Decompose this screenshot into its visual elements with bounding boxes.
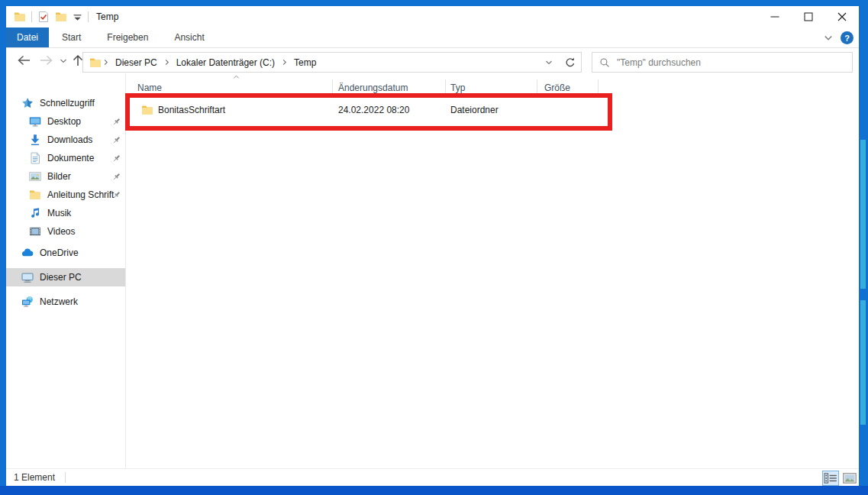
tab-datei[interactable]: Datei — [6, 28, 49, 47]
folder-icon — [89, 57, 102, 69]
file-modified-date: 24.02.2022 08:20 — [338, 105, 409, 115]
close-button[interactable] — [825, 6, 859, 28]
help-button[interactable]: ? — [841, 31, 853, 44]
pin-icon — [111, 117, 121, 127]
column-header-name[interactable]: Name — [137, 79, 162, 96]
window-title: Temp — [96, 11, 118, 22]
title-bar: Temp — [6, 6, 859, 28]
recent-locations-chevron[interactable] — [60, 57, 67, 65]
forward-button[interactable] — [40, 54, 53, 66]
file-list: Name Änderungsdatum Typ Größe BonitasSch… — [127, 73, 859, 468]
file-name: BonitasSchriftart — [158, 105, 225, 115]
column-header-groesse[interactable]: Größe — [544, 79, 570, 96]
tab-ansicht[interactable]: Ansicht — [161, 28, 217, 47]
qat-new-folder-button[interactable] — [55, 11, 67, 23]
separator — [31, 11, 32, 22]
star-icon — [21, 97, 34, 109]
file-row-bonitasschriftart[interactable]: BonitasSchriftart 24.02.2022 08:20 Datei… — [127, 96, 607, 124]
pin-icon — [111, 154, 121, 163]
pin-icon — [111, 190, 121, 200]
sidebar-item-label: Schnellzugriff — [40, 98, 125, 108]
sidebar-item-musik[interactable]: Musik — [6, 204, 125, 222]
file-type: Dateiordner — [450, 105, 499, 115]
back-button[interactable] — [17, 54, 31, 66]
computer-icon — [21, 271, 34, 283]
search-input[interactable] — [617, 57, 845, 68]
column-resize-handle[interactable] — [332, 79, 333, 96]
sidebar-item-label: Videos — [47, 226, 125, 237]
breadcrumb-chevron-icon[interactable] — [102, 59, 109, 66]
download-icon — [29, 134, 41, 146]
expand-ribbon-chevron-icon[interactable] — [824, 34, 833, 43]
separator — [88, 11, 89, 22]
sidebar-item-downloads[interactable]: Downloads — [6, 131, 125, 149]
qat-customize-dropdown[interactable] — [73, 12, 82, 22]
column-header-aenderungsdatum[interactable]: Änderungsdatum — [338, 79, 408, 96]
sidebar-item-label: OneDrive — [40, 247, 125, 258]
background-window-edge-notch — [860, 289, 866, 300]
close-icon — [837, 12, 847, 21]
sidebar-item-dokumente[interactable]: Dokumente — [6, 149, 125, 167]
sidebar-item-dieser-pc[interactable]: Dieser PC — [6, 268, 125, 286]
breadcrumb-dieser-pc[interactable]: Dieser PC — [110, 57, 163, 68]
thumbnail-view-button[interactable] — [841, 471, 858, 486]
pin-icon — [111, 135, 121, 145]
sort-ascending-icon — [232, 73, 240, 80]
music-note-icon — [29, 207, 41, 219]
cloud-icon — [21, 247, 34, 259]
sidebar-item-netzwerk[interactable]: Netzwerk — [6, 293, 125, 311]
column-resize-handle[interactable] — [445, 79, 446, 96]
breadcrumb-temp[interactable]: Temp — [289, 57, 321, 68]
breadcrumb-lokaler-datentraeger[interactable]: Lokaler Datenträger (C:) — [171, 57, 280, 68]
desktop-background-bottom — [0, 486, 868, 495]
details-view-button[interactable] — [822, 471, 839, 486]
explorer-app-icon — [14, 11, 26, 23]
breadcrumb-chevron-icon[interactable] — [281, 59, 288, 66]
pin-icon — [111, 172, 121, 182]
refresh-button[interactable] — [560, 53, 581, 72]
search-box — [592, 52, 853, 73]
explorer-window: Temp Datei Start Freigeben Ansicht ? Die… — [6, 6, 859, 486]
monitor-icon — [29, 115, 41, 128]
address-bar[interactable]: Dieser PC Lokaler Datenträger (C:) Temp — [82, 52, 582, 73]
document-icon — [29, 152, 41, 164]
folder-icon — [141, 104, 153, 116]
navigation-bar: Dieser PC Lokaler Datenträger (C:) Temp — [6, 48, 859, 73]
sidebar-item-label: Netzwerk — [40, 296, 125, 307]
column-resize-handle[interactable] — [537, 79, 537, 96]
network-icon — [21, 296, 34, 308]
breadcrumb-chevron-icon[interactable] — [163, 59, 170, 66]
main-area: Schnellzugriff Desktop Downloads Dokumen… — [6, 73, 859, 468]
column-resize-handle[interactable] — [598, 79, 599, 96]
tab-start[interactable]: Start — [49, 28, 94, 47]
minimize-button[interactable] — [758, 6, 792, 28]
qat-properties-button[interactable] — [37, 11, 50, 23]
sidebar-item-bilder[interactable]: Bilder — [6, 167, 125, 186]
maximize-icon — [804, 12, 813, 21]
desktop-background-left — [0, 0, 6, 495]
column-header-typ[interactable]: Typ — [450, 79, 465, 96]
sidebar-item-anleitung-schrift[interactable]: Anleitung Schrift — [6, 186, 125, 204]
sidebar-item-videos[interactable]: Videos — [6, 222, 125, 241]
tab-freigeben[interactable]: Freigeben — [94, 28, 161, 47]
refresh-icon — [564, 57, 576, 69]
sidebar-item-label: Dieser PC — [40, 272, 125, 283]
search-icon — [599, 57, 610, 68]
picture-icon — [29, 170, 41, 183]
chevron-down-icon — [545, 59, 553, 66]
status-bar: 1 Element — [6, 468, 859, 486]
address-dropdown-button[interactable] — [538, 53, 560, 72]
ribbon-tab-bar: Datei Start Freigeben Ansicht ? — [6, 28, 859, 48]
background-window-edge — [860, 140, 866, 425]
sidebar-item-schnellzugriff[interactable]: Schnellzugriff — [6, 94, 125, 112]
desktop-background-top — [0, 0, 868, 6]
thumbnail-view-icon — [843, 473, 857, 484]
maximize-button[interactable] — [792, 6, 825, 28]
sidebar-item-desktop[interactable]: Desktop — [6, 112, 125, 131]
folder-icon — [29, 189, 41, 201]
details-view-icon — [824, 473, 837, 484]
item-count: 1 Element — [14, 472, 55, 483]
sidebar-item-onedrive[interactable]: OneDrive — [6, 244, 125, 262]
navigation-pane: Schnellzugriff Desktop Downloads Dokumen… — [6, 73, 126, 468]
separator — [65, 472, 66, 483]
